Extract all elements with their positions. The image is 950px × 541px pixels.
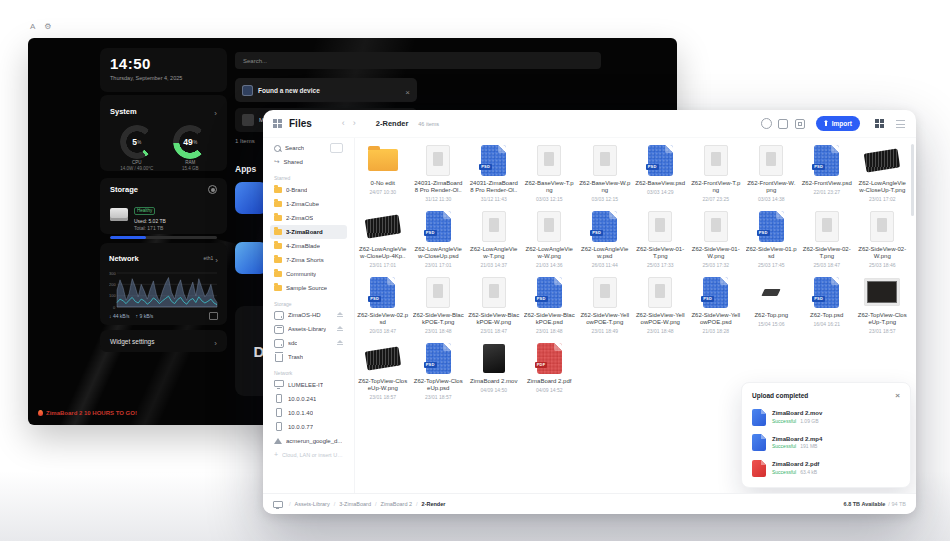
sidebar-item-10-0-0-77[interactable]: 10.0.0.77 [270, 420, 347, 434]
file-item[interactable]: Z62-TopView-CloseUp-W.png23/01 18:57 [355, 338, 411, 404]
storage-widget[interactable]: Storage Healthy Used: 5.02 TB Total: 171… [100, 178, 227, 234]
file-item[interactable]: Z62-FrontView-T.png22/07 23:25 [688, 140, 744, 206]
sidebar-item-10-0-1-40[interactable]: 10.0.1.40 [270, 406, 347, 420]
file-item[interactable]: Z62-BaseView-T.png03/03 12:15 [522, 140, 578, 206]
file-item[interactable]: Z62-LowAngleView-T.png21/03 14:37 [466, 206, 522, 272]
file-item[interactable]: Z62-SideView-BlackPOE-T.png23/01 18:48 [411, 272, 467, 338]
sidebar-item-shared[interactable]: ↪ Shared [270, 156, 347, 170]
file-item[interactable]: PSDZ62-SideView-02.psd20/03 18:47 [355, 272, 411, 338]
file-item[interactable]: PSD24031-ZimaBoard 8 Pro Render-Ol..31/1… [466, 140, 522, 206]
chevron-right-icon[interactable] [214, 102, 217, 120]
grid-view-icon[interactable] [873, 118, 885, 130]
eject-icon[interactable] [336, 312, 343, 319]
new-item-icon[interactable] [761, 118, 772, 129]
filetype-chip: PSD [424, 230, 437, 236]
sidebar-item-sample-source[interactable]: Sample Source [270, 281, 347, 295]
close-icon[interactable] [405, 81, 410, 99]
breadcrumb-item[interactable]: 3-ZimaBoard [339, 501, 371, 507]
file-item[interactable]: Z62-SideView-YellowPOE-W.png23/01 18:48 [633, 272, 689, 338]
new-device-banner[interactable]: Found a new device [235, 78, 417, 102]
chevron-right-icon[interactable] [215, 249, 218, 267]
expand-icon[interactable] [209, 312, 218, 320]
file-item[interactable]: ZimaBoard 2.mov04/09 14:50 [466, 338, 522, 404]
system-widget[interactable]: System 5% CPU 14.0W / 49.00°C 49% [100, 95, 227, 171]
breadcrumb-item[interactable]: ZimaBoard 2 [381, 501, 413, 507]
sidebar-item-community[interactable]: Community [270, 267, 347, 281]
scrollbar-thumb[interactable] [911, 144, 914, 216]
fullscreen-icon[interactable] [795, 118, 806, 129]
file-item[interactable]: Z62-TopView-CloseUp-T.png23/01 18:57 [855, 272, 911, 338]
back-icon[interactable]: ‹ [342, 119, 345, 128]
file-item[interactable]: Z62-SideView-BlackPOE-W.png23/01 18:47 [466, 272, 522, 338]
file-item[interactable]: PSDZ62-LowAngleView.psd26/03 11:44 [577, 206, 633, 272]
file-item[interactable]: Z62-SideView-01-T.png25/03 17:33 [633, 206, 689, 272]
file-item[interactable]: Z62-SideView-02-W.png25/03 18:46 [855, 206, 911, 272]
file-date: 03/03 12:15 [524, 196, 576, 202]
file-item[interactable]: PSDZ62-BaseView.psd03/03 14:29 [633, 140, 689, 206]
annotate-icon[interactable]: A [30, 22, 35, 32]
sidebar-item-trash[interactable]: Trash [270, 351, 347, 365]
gear-icon[interactable] [208, 185, 217, 194]
file-item[interactable]: Z62-Top.png15/04 15:06 [744, 272, 800, 338]
file-item[interactable]: PSDZ62-SideView-BlackPOE.psd23/01 18:48 [522, 272, 578, 338]
sidebar-item-2-zimaos[interactable]: 2-ZimaOS [270, 211, 347, 225]
sidebar-item-0-brand[interactable]: 0-Brand [270, 183, 347, 197]
add-source-button[interactable]: + Cloud, LAN or insert USB [270, 448, 347, 462]
download-rate: ↓ 44 kB/s [109, 313, 130, 319]
file-item[interactable]: 24031-ZimaBoard 8 Pro Render-Ol..31/12 1… [411, 140, 467, 206]
file-item[interactable]: Z62-SideView-YellowPOE-T.png23/01 18:49 [577, 272, 633, 338]
new-folder-icon[interactable] [778, 118, 789, 129]
network-widget[interactable]: Network eth1 300 200 100 0 ↓ 44 kB/s ↑ 9… [100, 243, 227, 325]
file-item[interactable]: PSDZ62-TopView-CloseUp.psd23/01 18:57 [411, 338, 467, 404]
import-button[interactable]: Import [816, 116, 860, 131]
forward-icon[interactable]: › [353, 119, 356, 128]
sidebar-item-3-zimaboard[interactable]: 3-ZimaBoard [270, 225, 347, 239]
promo-banner[interactable]: ZimaBoard 2 10 HOURS TO GO! [38, 410, 137, 416]
file-item[interactable]: Z62-LowAngleView-CloseUp-T.png23/01 17:0… [855, 140, 911, 206]
file-item[interactable]: Z62-SideView-02-T.png25/03 18:47 [799, 206, 855, 272]
breadcrumb-item[interactable]: 2-Render [422, 501, 446, 507]
sidebar-item-label: 7-Zima Shorts [286, 257, 324, 263]
file-item[interactable]: Z62-BaseView-W.png03/03 12:15 [577, 140, 633, 206]
upload-item[interactable]: ZimaBoard 2.movSuccessful1.09 GB [752, 409, 900, 426]
sidebar-item-label: sdc [288, 340, 297, 346]
file-item[interactable]: PDFZimaBoard 2.pdf04/09 14:52 [522, 338, 578, 404]
sidebar-item-10-0-0-241[interactable]: 10.0.0.241 [270, 392, 347, 406]
file-item[interactable]: Z62-LowAngleView-W.png21/03 14:36 [522, 206, 578, 272]
file-name: Z62-BaseView-T.png [524, 180, 576, 194]
sidebar-item-assets-library[interactable]: Assets-Library [270, 323, 347, 337]
file-item[interactable]: PSDZ62-LowAngleView-CloseUp.psd23/01 17:… [411, 206, 467, 272]
breadcrumb-item[interactable]: Assets-Library [295, 501, 330, 507]
file-item[interactable]: PSDZ62-FrontView.psd22/01 23:27 [799, 140, 855, 206]
close-icon[interactable] [895, 391, 900, 400]
file-item[interactable]: PSDZ62-SideView-01.psd25/03 17:45 [744, 206, 800, 272]
sidebar-item-sdc[interactable]: sdc [270, 337, 347, 351]
sidebar-item-4-zimablade[interactable]: 4-ZimaBlade [270, 239, 347, 253]
sidebar-item-acmerun-google-d[interactable]: acmerun_google_d... [270, 434, 347, 448]
sidebar-item-zimaos-hd[interactable]: ZimaOS-HD [270, 309, 347, 323]
upload-item-info: ZimaBoard 2.mp4Successful191 MB [772, 436, 822, 450]
file-item[interactable]: Z62-FrontView-W.png03/03 14:38 [744, 140, 800, 206]
eject-icon[interactable] [336, 326, 343, 333]
sidebar-item-1-zimacube[interactable]: 1-ZimaCube [270, 197, 347, 211]
sidebar-search[interactable]: Search [270, 142, 347, 156]
file-item[interactable]: PSDZ62-Top.psd16/04 16:21 [799, 272, 855, 338]
file-item[interactable]: Z62-LowAngleView-CloseUp-4Kp..23/01 17:0… [355, 206, 411, 272]
settings-icon[interactable]: ⚙ [44, 22, 51, 32]
upload-item[interactable]: ZimaBoard 2.pdfSuccessful63.4 kB [752, 460, 900, 477]
dashboard-search-input[interactable]: Search... [235, 52, 601, 69]
widget-settings-row[interactable]: Widget settings [100, 330, 227, 352]
file-item[interactable]: Z62-SideView-01-W.png25/03 17:32 [688, 206, 744, 272]
file-date: 21/03 14:36 [524, 262, 576, 268]
filetype-chip: PSD [368, 296, 381, 302]
file-item[interactable]: PSDZ62-SideView-YellowPOE.psd21/03 18:28 [688, 272, 744, 338]
file-thumbnail [690, 208, 742, 244]
upload-status: Successful [772, 443, 796, 449]
list-view-icon[interactable] [894, 118, 906, 130]
eject-icon[interactable] [336, 340, 343, 347]
file-item[interactable]: 0-No edit24/07 10:30 [355, 140, 411, 206]
upload-item[interactable]: ZimaBoard 2.mp4Successful191 MB [752, 434, 900, 451]
file-thumbnail: PSD [746, 208, 798, 244]
sidebar-item-lumelee-it[interactable]: LUMELEE-IT [270, 378, 347, 392]
sidebar-item-7-zima-shorts[interactable]: 7-Zima Shorts [270, 253, 347, 267]
